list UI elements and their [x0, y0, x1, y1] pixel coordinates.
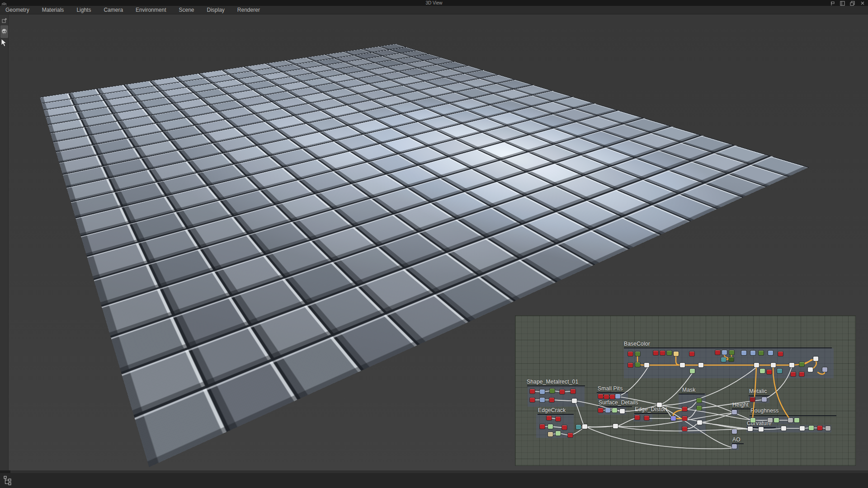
- menu-geometry[interactable]: Geometry: [5, 7, 36, 13]
- graph-node[interactable]: [540, 389, 545, 394]
- graph-node[interactable]: [799, 362, 804, 366]
- menu-lights[interactable]: Lights: [76, 7, 97, 13]
- graph-node[interactable]: [572, 399, 577, 403]
- graph-node[interactable]: [732, 410, 737, 414]
- graph-node[interactable]: [549, 398, 554, 402]
- graph-node[interactable]: [800, 426, 805, 431]
- graph-node[interactable]: [560, 389, 565, 394]
- graph-node[interactable]: [612, 408, 617, 413]
- node-graph-overlay[interactable]: BaseColorShape_Metalrect_01Small PitsSur…: [515, 315, 856, 466]
- graph-node[interactable]: [750, 351, 755, 355]
- graph-node[interactable]: [635, 352, 640, 356]
- graph-node[interactable]: [571, 389, 576, 394]
- graph-node[interactable]: [778, 352, 783, 356]
- graph-node[interactable]: [697, 406, 702, 410]
- graph-node[interactable]: [660, 351, 665, 355]
- graph-node[interactable]: [671, 416, 676, 421]
- graph-node[interactable]: [568, 433, 573, 437]
- graph-node[interactable]: [556, 417, 561, 421]
- popout-icon[interactable]: [2, 17, 7, 22]
- graph-node[interactable]: [771, 363, 776, 367]
- graph-node[interactable]: [721, 357, 726, 362]
- graph-node[interactable]: [547, 416, 552, 420]
- graph-node[interactable]: [690, 369, 695, 373]
- graph-node[interactable]: [697, 398, 702, 403]
- graph-node[interactable]: [582, 424, 587, 429]
- graph-node[interactable]: [822, 367, 827, 372]
- graph-node[interactable]: [750, 397, 755, 402]
- graph-node[interactable]: [689, 352, 694, 356]
- graph-node[interactable]: [628, 363, 633, 367]
- graph-node[interactable]: [768, 351, 773, 355]
- graph-node[interactable]: [715, 350, 720, 355]
- graph-node[interactable]: [530, 398, 535, 402]
- graph-node[interactable]: [774, 418, 779, 422]
- dock-icon[interactable]: [840, 1, 845, 6]
- graph-node[interactable]: [653, 351, 658, 355]
- graph-node[interactable]: [667, 351, 672, 355]
- graph-node[interactable]: [762, 397, 767, 402]
- graph-node[interactable]: [613, 424, 618, 428]
- cascade-icon[interactable]: [849, 1, 855, 6]
- graph-node[interactable]: [620, 409, 625, 413]
- graph-node[interactable]: [657, 403, 662, 407]
- graph-node[interactable]: [789, 363, 794, 367]
- graph-node[interactable]: [781, 426, 786, 431]
- graph-node[interactable]: [748, 427, 753, 431]
- graph-node[interactable]: [741, 351, 746, 355]
- graph-node[interactable]: [698, 363, 703, 367]
- mesh-view-button[interactable]: [0, 25, 8, 38]
- menu-scene[interactable]: Scene: [179, 7, 200, 13]
- graph-node[interactable]: [794, 418, 799, 422]
- graph-node[interactable]: [635, 362, 640, 367]
- menu-materials[interactable]: Materials: [42, 7, 71, 13]
- menu-environment[interactable]: Environment: [136, 7, 172, 13]
- graph-node[interactable]: [808, 367, 813, 372]
- graph-tree-icon[interactable]: [4, 476, 13, 488]
- graph-node[interactable]: [682, 416, 687, 421]
- graph-node[interactable]: [540, 424, 545, 429]
- menu-camera[interactable]: Camera: [104, 7, 129, 13]
- graph-node[interactable]: [556, 431, 561, 436]
- graph-node[interactable]: [540, 398, 545, 402]
- graph-node[interactable]: [767, 370, 772, 374]
- graph-node[interactable]: [817, 426, 822, 430]
- graph-node[interactable]: [635, 415, 640, 420]
- graph-node[interactable]: [562, 425, 567, 430]
- graph-node[interactable]: [598, 408, 603, 413]
- graph-node[interactable]: [680, 363, 685, 367]
- graph-node[interactable]: [610, 394, 615, 399]
- graph-node[interactable]: [759, 427, 764, 432]
- graph-node[interactable]: [628, 352, 633, 356]
- graph-node[interactable]: [605, 408, 610, 413]
- graph-node[interactable]: [813, 357, 818, 361]
- menu-display[interactable]: Display: [207, 7, 231, 13]
- graph-node[interactable]: [598, 394, 603, 399]
- graph-node[interactable]: [644, 363, 649, 367]
- graph-node[interactable]: [788, 418, 793, 422]
- graph-node[interactable]: [732, 444, 737, 449]
- graph-node[interactable]: [550, 389, 555, 393]
- graph-node[interactable]: [682, 427, 687, 431]
- graph-node[interactable]: [826, 426, 830, 431]
- graph-node[interactable]: [722, 350, 727, 355]
- graph-node[interactable]: [674, 352, 679, 356]
- graph-node[interactable]: [697, 420, 702, 425]
- graph-node[interactable]: [799, 372, 804, 376]
- graph-node[interactable]: [777, 369, 782, 373]
- graph-node[interactable]: [729, 350, 734, 355]
- graph-node[interactable]: [548, 424, 553, 429]
- graph-node[interactable]: [750, 418, 755, 422]
- graph-node[interactable]: [644, 416, 649, 420]
- pin-icon[interactable]: [830, 1, 835, 6]
- graph-node[interactable]: [682, 407, 687, 411]
- graph-node[interactable]: [615, 394, 620, 399]
- graph-node[interactable]: [809, 426, 814, 430]
- graph-node[interactable]: [530, 389, 535, 394]
- menu-renderer[interactable]: Renderer: [237, 7, 266, 13]
- graph-node[interactable]: [759, 351, 764, 355]
- graph-node[interactable]: [548, 432, 553, 436]
- graph-node[interactable]: [576, 425, 581, 429]
- graph-node[interactable]: [732, 429, 737, 434]
- graph-node[interactable]: [729, 357, 734, 361]
